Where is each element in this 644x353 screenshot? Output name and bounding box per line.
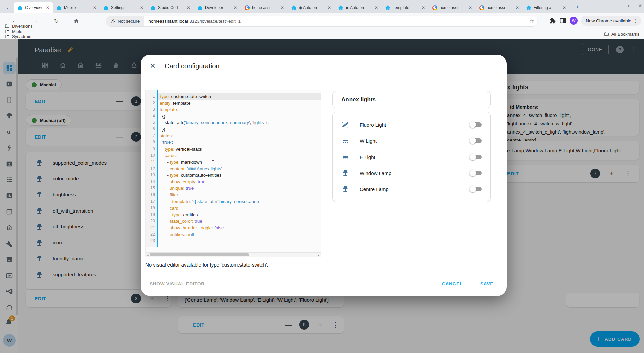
browser-tab[interactable]: Overview✕ (14, 2, 53, 13)
yaml-code-editor[interactable]: 1type: custom:state-switch2entity: templ… (145, 90, 321, 257)
code-line[interactable]: 13 - type: custom:auto-entities (146, 172, 321, 179)
tab-title: Developer (205, 5, 233, 10)
code-line[interactable]: 8 'true': (146, 139, 321, 146)
code-line[interactable]: 7states: (146, 133, 321, 139)
code-line-text: template: '{{ state_attr(''binary_sensor… (160, 198, 259, 205)
tab-close-icon[interactable]: ✕ (468, 5, 473, 10)
bookmark-item[interactable]: Miele (5, 29, 33, 34)
side-panel-icon[interactable] (559, 17, 566, 24)
browser-tab[interactable]: Filtering a✕ (523, 2, 570, 13)
browser-tab[interactable]: Template✕ (382, 2, 429, 13)
preview-entity-name: W Light (360, 138, 470, 144)
code-line[interactable]: 19 type: entities (146, 212, 321, 218)
tab-close-icon[interactable]: ✕ (45, 5, 50, 10)
scrollbar-thumb[interactable] (150, 253, 249, 256)
chrome-update-chip[interactable]: New Chrome available ⋮ (581, 16, 641, 26)
code-line[interactable]: 20 state_color: true (146, 218, 321, 225)
code-line[interactable]: 6 }} (146, 126, 321, 133)
bookmark-item[interactable]: Sysadmin (5, 34, 33, 39)
tab-close-icon[interactable]: ✕ (421, 5, 426, 10)
code-line[interactable]: 18 card: (146, 205, 321, 212)
tab-close-icon[interactable]: ✕ (139, 5, 144, 10)
bookmark-star-icon[interactable]: ☆ (530, 18, 534, 24)
bookmark-item[interactable]: Diversions (5, 24, 33, 29)
code-line-text: show_empty: true (160, 179, 206, 185)
dialog-actions: SHOW VISUAL EDITOR CANCEL SAVE (141, 273, 507, 296)
line-number: 14 (146, 179, 155, 185)
toggle-switch[interactable] (470, 155, 482, 159)
code-line[interactable]: 16 filter: (146, 192, 321, 198)
code-line[interactable]: 4 {{ (146, 113, 321, 120)
browser-tab[interactable]: ◆ Auto-en✕ (335, 2, 382, 13)
browser-tab[interactable]: Settings –✕ (100, 2, 147, 13)
tab-close-icon[interactable]: ✕ (374, 5, 379, 10)
code-line[interactable]: 17 template: '{{ state_attr(''binary_sen… (146, 198, 321, 205)
show-visual-editor-button[interactable]: SHOW VISUAL EDITOR (150, 281, 205, 286)
tab-title: ◆ Auto-en (299, 5, 327, 10)
toggle-switch[interactable] (470, 122, 482, 127)
line-number: 22 (146, 231, 155, 238)
all-bookmarks[interactable]: All Bookmarks (598, 31, 639, 37)
tab-search-chevron-icon[interactable]: ⌄ (3, 3, 12, 11)
close-window-icon[interactable]: ✕ (638, 3, 642, 8)
code-line[interactable]: 1type: custom:state-switch (146, 93, 321, 100)
google-favicon (432, 5, 437, 10)
home-assistant-favicon (338, 5, 343, 10)
code-line[interactable]: 21 show_header_toggle: false (146, 225, 321, 231)
toggle-switch[interactable] (470, 171, 482, 175)
tab-title: Overview (25, 5, 45, 10)
code-line[interactable]: 22 entities: null (146, 231, 321, 238)
chrome-menu-kebab-icon[interactable]: ⋮ (633, 18, 638, 23)
browser-tab[interactable]: home assi✕ (241, 2, 288, 13)
code-line[interactable]: 3template: |- (146, 106, 321, 113)
line-number: 19 (146, 212, 155, 218)
scroll-right-arrow-icon[interactable]: ► (317, 254, 320, 257)
new-tab-button[interactable]: + (573, 3, 582, 11)
code-line-text: type: vertical-stack (160, 146, 202, 153)
dialog-close-icon[interactable]: ✕ (149, 62, 157, 70)
code-line[interactable]: 14 show_empty: true (146, 179, 321, 185)
browser-tab[interactable]: Studio Cod✕ (147, 2, 194, 13)
toggle-switch[interactable] (470, 138, 482, 143)
minimize-icon[interactable]: – (616, 3, 619, 8)
scroll-left-arrow-icon[interactable]: ◄ (146, 254, 149, 257)
preview-entity-row: Fluoro Light (333, 117, 490, 133)
code-line[interactable]: 9 type: vertical-stack (146, 146, 321, 153)
home-assistant-favicon (385, 5, 390, 10)
browser-tab[interactable]: home assi✕ (429, 2, 476, 13)
tab-close-icon[interactable]: ✕ (327, 5, 332, 10)
toggle-switch[interactable] (470, 187, 482, 191)
code-line[interactable]: 23 (146, 238, 321, 244)
reload-icon[interactable]: ↻ (52, 16, 61, 26)
home-assistant-favicon (526, 5, 531, 10)
code-line[interactable]: 2entity: template (146, 100, 321, 107)
code-line[interactable]: 11 - type: markdown (146, 159, 321, 166)
home-icon[interactable] (72, 16, 81, 26)
extensions-puzzle-icon[interactable] (549, 17, 556, 24)
browser-tab[interactable]: Mobile – ✕ (53, 2, 100, 13)
code-line[interactable]: 15 unique: true (146, 185, 321, 192)
browser-tab[interactable]: home assi✕ (476, 2, 523, 13)
security-chip[interactable]: Not secure (106, 16, 144, 26)
tab-close-icon[interactable]: ✕ (561, 5, 567, 10)
tab-close-icon[interactable]: ✕ (280, 5, 285, 10)
code-line[interactable]: 12 content: '### Annex lights' (146, 166, 321, 172)
dialog-title: Card configuration (165, 62, 219, 70)
tab-close-icon[interactable]: ✕ (92, 5, 97, 10)
warning-icon (111, 19, 116, 24)
editor-horizontal-scrollbar[interactable]: ◄ ► (146, 252, 321, 257)
tab-close-icon[interactable]: ✕ (233, 5, 238, 10)
address-bar[interactable]: Not secure homeassistant.local:8123/love… (106, 16, 537, 26)
browser-tab[interactable]: ◆ Auto-en✕ (288, 2, 335, 13)
maximize-icon[interactable]: ▫ (628, 3, 629, 8)
tab-close-icon[interactable]: ✕ (515, 5, 520, 10)
browser-tab[interactable]: Developer✕ (194, 2, 241, 13)
browser-profile-avatar[interactable]: W (570, 17, 578, 25)
tab-close-icon[interactable]: ✕ (186, 5, 191, 10)
cancel-button[interactable]: CANCEL (442, 281, 463, 286)
code-line[interactable]: 5 state_attr('binary_sensor.annex_summar… (146, 119, 321, 126)
preview-entity-row: Window Lamp (333, 165, 490, 181)
code-line[interactable]: 10 cards: (146, 152, 321, 159)
code-line-text: entity: template (160, 100, 191, 107)
save-button[interactable]: SAVE (480, 281, 493, 286)
